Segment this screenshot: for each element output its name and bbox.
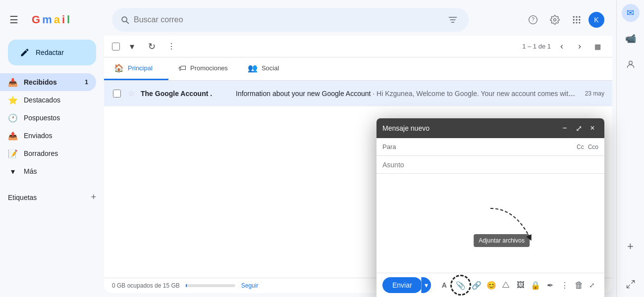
recibidos-badge: 1 <box>85 79 88 86</box>
email-date: 23 may <box>585 90 604 97</box>
right-panel-expand[interactable] <box>622 275 640 293</box>
right-panel-add-app[interactable]: + <box>622 238 640 255</box>
labels-section: Etiquetas + <box>0 188 104 206</box>
star-nav-icon: ⭐ <box>8 96 18 105</box>
sidebar-item-enviados[interactable]: 📤 Enviados <box>0 127 96 145</box>
search-options-button[interactable] <box>445 12 461 28</box>
hamburger-menu[interactable]: ☰ <box>4 10 24 30</box>
send-button[interactable]: Enviar <box>382 277 422 293</box>
compose-to-field: Para Cc Cco <box>376 138 604 156</box>
format-text-button[interactable]: A <box>438 277 451 293</box>
subject-input[interactable] <box>382 161 598 169</box>
inbox-icon: 📥 <box>8 78 18 87</box>
tab-promociones[interactable]: 🏷 Promociones <box>168 57 238 80</box>
more-compose-button[interactable]: ⋮ <box>558 277 571 293</box>
compose-body[interactable] <box>376 174 604 273</box>
right-panel-meet[interactable]: 📹 <box>622 30 640 48</box>
right-panel-contacts[interactable] <box>622 55 640 73</box>
drive-icon <box>502 281 510 289</box>
search-input[interactable] <box>134 15 441 24</box>
sidebar-item-more[interactable]: ▾ Más <box>0 162 96 180</box>
svg-point-10 <box>579 22 580 23</box>
page-info: 1 – 1 de 1 <box>522 43 551 50</box>
svg-marker-13 <box>503 282 509 287</box>
svg-point-4 <box>579 16 580 18</box>
refresh-button[interactable]: ↻ <box>144 39 160 54</box>
apps-button[interactable] <box>567 10 587 30</box>
drive-button[interactable] <box>500 277 513 293</box>
star-icon[interactable]: ☆ <box>128 89 135 98</box>
search-tune-icon <box>448 15 458 25</box>
settings-icon <box>550 15 560 25</box>
svg-point-3 <box>576 16 577 18</box>
to-label: Para <box>382 143 402 150</box>
gmail-logo: Gmail <box>28 13 74 26</box>
compose-maximize-button[interactable]: ⤢ <box>573 122 585 134</box>
svg-point-7 <box>579 19 580 20</box>
avatar[interactable]: K <box>589 12 604 28</box>
sidebar-item-destacados[interactable]: ⭐ Destacados <box>0 91 96 109</box>
tab-principal[interactable]: 🏠 Principal <box>104 57 168 80</box>
right-panel: ✉ 📹 + <box>616 0 644 297</box>
svg-text:?: ? <box>532 17 535 22</box>
sidebar-item-recibidos[interactable]: 📥 Recibidos 1 <box>0 73 96 91</box>
svg-point-5 <box>573 19 575 20</box>
email-toolbar: ▾ ↻ ⋮ 1 – 1 de 1 ‹ › ▦ <box>104 36 612 57</box>
settings-button[interactable] <box>545 10 565 30</box>
storage-progress-fill <box>186 284 187 287</box>
to-input[interactable] <box>406 143 577 151</box>
compose-button[interactable]: Redactar <box>8 40 96 65</box>
search-bar <box>112 8 469 32</box>
more-icon: ▾ <box>8 167 18 176</box>
select-dropdown-button[interactable]: ▾ <box>124 39 140 54</box>
social-icon: 👥 <box>248 63 258 73</box>
help-icon: ? <box>528 15 538 25</box>
attach-file-button[interactable]: 📎 <box>453 277 469 293</box>
table-row[interactable]: ☆ The Google Account . Information about… <box>104 81 612 106</box>
attach-button-container: 📎 <box>453 277 469 293</box>
expand-compose-button[interactable]: ⤢ <box>586 277 598 293</box>
right-panel-gmail[interactable]: ✉ <box>622 4 640 22</box>
tab-social[interactable]: 👥 Social <box>238 57 302 80</box>
compose-title: Mensaje nuevo <box>382 124 559 132</box>
add-label-button[interactable]: + <box>91 192 96 202</box>
snoozed-icon: 🕐 <box>8 113 18 123</box>
storage-link[interactable]: Seguir <box>241 282 259 289</box>
svg-point-2 <box>573 16 575 18</box>
compose-close-button[interactable]: × <box>587 122 598 134</box>
promociones-icon: 🏷 <box>178 64 186 73</box>
compose-header[interactable]: Mensaje nuevo − ⤢ × <box>376 118 604 138</box>
email-subject: Information about your new Google Accoun… <box>236 90 579 98</box>
compose-footer: Enviar ▾ A 📎 🔗 😊 🖼 🔒 ✒ ⋮ 🗑 ⤢ <box>376 273 604 297</box>
prev-page-button[interactable]: ‹ <box>555 40 569 53</box>
svg-point-6 <box>576 19 577 20</box>
storage-progress-bar <box>186 284 235 287</box>
signature-button[interactable]: ✒ <box>543 277 556 293</box>
drafts-icon: 📝 <box>8 149 18 158</box>
sent-icon: 📤 <box>8 131 18 141</box>
send-more-button[interactable]: ▾ <box>421 277 431 293</box>
compose-modal: Mensaje nuevo − ⤢ × Para Cc Cco Adjun <box>376 118 604 297</box>
cc-bcc-toggle[interactable]: Cc Cco <box>577 144 598 150</box>
lock-button[interactable]: 🔒 <box>529 277 542 293</box>
compose-minimize-button[interactable]: − <box>559 122 571 134</box>
sidebar-item-borradores[interactable]: 📝 Borradores <box>0 145 96 162</box>
email-preview: · Hi Kzgunea, Welcome to Google. Your ne… <box>373 90 579 98</box>
select-all-checkbox[interactable] <box>112 43 120 50</box>
email-checkbox[interactable] <box>112 90 122 98</box>
svg-point-9 <box>576 22 577 23</box>
sidebar-header: ☰ Gmail <box>0 4 104 36</box>
search-icon <box>120 15 130 25</box>
emoji-button[interactable]: 😊 <box>485 277 498 293</box>
view-options-button[interactable]: ▦ <box>590 40 604 53</box>
next-page-button[interactable]: › <box>573 40 587 53</box>
help-button[interactable]: ? <box>523 10 543 30</box>
inbox-tabs: 🏠 Principal 🏷 Promociones 👥 Social <box>104 57 612 81</box>
more-toolbar-button[interactable]: ⋮ <box>163 39 179 54</box>
compose-header-buttons: − ⤢ × <box>559 122 598 134</box>
delete-compose-button[interactable]: 🗑 <box>575 280 584 291</box>
insert-link-button[interactable]: 🔗 <box>471 277 483 293</box>
compose-icon <box>20 48 30 57</box>
photo-button[interactable]: 🖼 <box>514 277 527 293</box>
sidebar-item-pospuestos[interactable]: 🕐 Pospuestos <box>0 109 96 127</box>
